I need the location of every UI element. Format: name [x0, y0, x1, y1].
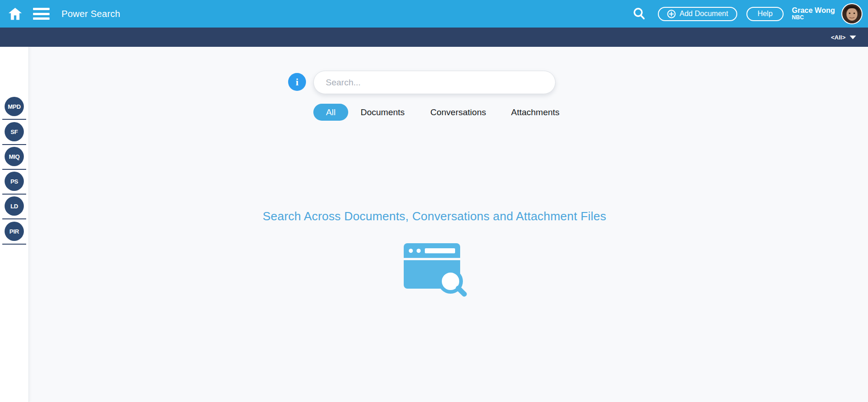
add-document-button[interactable]: Add Document: [658, 7, 737, 21]
add-document-label: Add Document: [679, 10, 728, 18]
hamburger-menu-icon[interactable]: [33, 8, 50, 20]
scope-filter-bar: <All>: [0, 28, 868, 47]
user-info: Grace Wong NBC: [792, 6, 835, 21]
sidebar-divider: [2, 119, 26, 120]
page-title: Power Search: [61, 9, 120, 19]
tab-documents[interactable]: Documents: [361, 104, 405, 121]
browser-search-illustration: [396, 240, 473, 300]
sidebar-divider: [2, 194, 26, 195]
window-address-bar: [425, 248, 455, 253]
sidebar-item-sf[interactable]: SF: [5, 122, 24, 141]
plus-circle-icon: [667, 10, 676, 18]
sidebar-item-ps[interactable]: PS: [5, 172, 24, 191]
sidebar-item-mpd[interactable]: MPD: [5, 97, 24, 116]
help-label: Help: [757, 10, 773, 18]
sidebar-item-miq[interactable]: MIQ: [5, 147, 24, 166]
sidebar-divider: [2, 244, 26, 245]
sidebar-divider: [2, 218, 26, 219]
sidebar-item-pir[interactable]: PIR: [5, 222, 24, 241]
tab-attachments[interactable]: Attachments: [511, 104, 560, 121]
user-org: NBC: [792, 15, 835, 21]
user-avatar[interactable]: [841, 3, 862, 24]
workspace-sidebar: MPD SF MIQ PS LD PIR: [0, 47, 29, 402]
search-box: [313, 71, 556, 94]
search-info-button[interactable]: i: [288, 73, 306, 91]
empty-state-headline: Search Across Documents, Conversations a…: [176, 209, 693, 223]
tab-conversations[interactable]: Conversations: [430, 104, 486, 121]
search-input[interactable]: [314, 71, 555, 94]
power-search-app: Power Search Add Document Help: [0, 0, 868, 402]
window-dot-icon: [409, 249, 413, 253]
tab-all[interactable]: All: [313, 104, 348, 121]
top-header-bar: Power Search Add Document Help: [0, 0, 868, 28]
search-icon: [632, 7, 646, 21]
chevron-down-icon: [850, 35, 856, 39]
sidebar-divider: [2, 169, 26, 170]
scope-dropdown-value: <All>: [831, 34, 846, 41]
window-dot-icon: [417, 249, 421, 253]
help-button[interactable]: Help: [746, 7, 784, 21]
info-icon: i: [295, 76, 298, 88]
home-button[interactable]: [8, 7, 22, 20]
illustration-window-topbar: [404, 243, 460, 258]
user-name: Grace Wong: [792, 6, 835, 15]
sidebar-divider: [2, 144, 26, 145]
sidebar-item-ld[interactable]: LD: [5, 196, 24, 216]
scope-dropdown[interactable]: <All>: [831, 34, 856, 41]
home-icon: [8, 7, 22, 20]
header-search-button[interactable]: [632, 7, 646, 21]
